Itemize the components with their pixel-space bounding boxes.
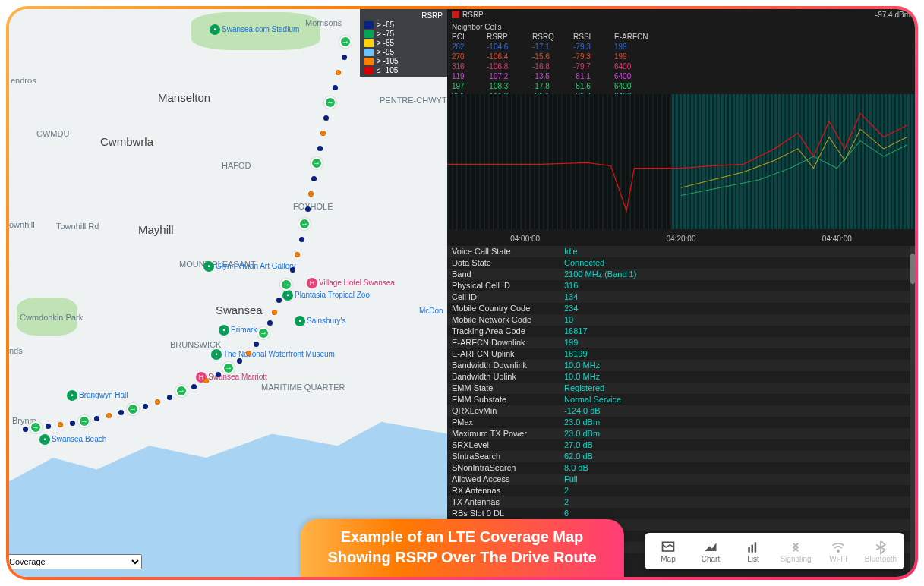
param-key: Data State	[452, 257, 564, 269]
param-row: SIntraSearch62.0 dB	[447, 451, 915, 462]
nb-row: 119-107.2-13.5-81.16400	[452, 71, 655, 81]
figure-caption: Example of an LTE Coverage Map Showing R…	[300, 519, 623, 577]
map-place-label: Manselton	[158, 91, 210, 104]
bars-icon	[745, 540, 762, 555]
route-sample	[323, 115, 329, 121]
route-direction-icon	[298, 218, 311, 230]
param-key: Bandwidth Downlink	[452, 360, 564, 371]
poi-icon: •	[211, 349, 222, 360]
param-value: 199	[564, 337, 910, 348]
map-poi[interactable]: •Swansea.com Stadium	[210, 24, 299, 35]
nb-cell: -79.7	[573, 61, 614, 71]
nb-cell: -108.3	[487, 81, 532, 91]
route-sample	[267, 320, 273, 326]
chart-header: RSRP -97.4 dBm	[452, 11, 910, 19]
param-value: 316	[564, 280, 910, 291]
param-row: RBs Slot 0 DL6	[447, 508, 915, 519]
poi-icon: H	[307, 278, 317, 288]
map-poi[interactable]: •Plantasia Tropical Zoo	[282, 290, 370, 301]
wifi-button[interactable]: Wi-Fi	[821, 540, 856, 563]
nb-col-header: RSRP	[487, 32, 532, 42]
param-key: Tracking Area Code	[452, 326, 564, 337]
map-place-label: MARITIME QUARTER	[261, 383, 345, 392]
nb-row: 282-104.6-17.1-79.3199	[452, 42, 655, 52]
route-sample	[272, 310, 277, 315]
route-sample	[336, 70, 341, 75]
route-direction-icon	[78, 415, 90, 427]
map-poi[interactable]: •Sainsbury's	[295, 316, 345, 326]
param-row: QRXLevMin-124.0 dB	[447, 405, 915, 417]
map-poi[interactable]: •Brangwyn Hall	[67, 390, 128, 401]
toolbar-label: Map	[661, 555, 675, 563]
poi-icon: •	[282, 290, 293, 301]
map-poi[interactable]: •Glynn Vivian Art Gallery	[203, 261, 295, 272]
rsrp-swatch	[452, 11, 459, 18]
route-sample	[295, 252, 300, 257]
signaling-button[interactable]: Signaling	[778, 540, 813, 563]
param-key: PMax	[452, 417, 564, 428]
nb-cell: -79.3	[573, 52, 614, 61]
nb-col-header: E-ARFCN	[614, 32, 655, 42]
route-sample	[333, 85, 338, 90]
map-poi[interactable]: •The National Waterfront Museum	[211, 349, 335, 360]
param-key: SRXLevel	[452, 440, 564, 451]
svg-rect-2	[752, 544, 754, 552]
nb-cell: -17.1	[532, 42, 573, 52]
map-button[interactable]: Map	[651, 540, 686, 563]
param-value: 16817	[564, 326, 910, 337]
param-key: Mobile Network Code	[452, 314, 564, 326]
coverage-map[interactable]: endrosCWMDUManseltonCwmbwrlaHAFODMayhill…	[9, 9, 447, 577]
svg-point-4	[837, 550, 840, 552]
rsrp-chart-panel[interactable]: RSRP -97.4 dBm Neighbor Cells PCIRSRPRSR…	[447, 9, 915, 246]
nb-cell: 6400	[614, 61, 655, 71]
map-poi[interactable]: •Primark	[219, 325, 257, 336]
map-poi[interactable]: McDon	[419, 307, 443, 315]
chart-plot-area[interactable]	[447, 94, 915, 229]
route-sample	[299, 237, 304, 242]
chart-button[interactable]: Chart	[693, 540, 728, 563]
chart-metric-value: -97.4 dBm	[875, 11, 910, 19]
param-row: Maximum TX Power23.0 dBm	[447, 428, 915, 440]
legend-label: > -85	[377, 39, 394, 48]
param-key: QRXLevMin	[452, 405, 564, 417]
nb-col-header: RSSI	[573, 32, 614, 42]
bluetooth-button[interactable]: Bluetooth	[863, 540, 898, 563]
map-place-label: FOXHOLE	[293, 202, 333, 211]
param-value: 10.0 MHz	[564, 360, 910, 371]
neighbor-cells-title: Neighbor Cells	[452, 23, 655, 31]
scrollbar[interactable]	[910, 246, 915, 577]
map-place-label: ownhill	[9, 220, 35, 229]
list-button[interactable]: List	[736, 540, 771, 563]
param-row: E-ARFCN Uplink18199	[447, 348, 915, 360]
legend-row: > -85	[360, 39, 447, 48]
param-key: Allowed Access	[452, 474, 564, 485]
param-value: 18199	[564, 348, 910, 360]
param-key: RX Antennas	[452, 485, 564, 496]
map-poi[interactable]: •Swansea Beach	[39, 434, 106, 445]
param-value: Connected	[564, 257, 910, 269]
param-row: E-ARFCN Downlink199	[447, 337, 915, 348]
legend-label: > -75	[377, 30, 394, 39]
map-place-label: Cwmdonkin Park	[20, 313, 83, 322]
map-layer-select[interactable]: Coverage	[9, 554, 142, 569]
nb-cell: -17.8	[532, 81, 573, 91]
param-row: Mobile Country Code234	[447, 303, 915, 314]
route-sample	[311, 176, 317, 181]
param-value: 23.0 dBm	[564, 428, 910, 440]
scrollbar-thumb[interactable]	[910, 254, 915, 284]
param-row: Cell ID134	[447, 291, 915, 303]
param-row: Band2100 MHz (Band 1)	[447, 269, 915, 280]
param-row: Voice Call StateIdle	[447, 246, 915, 257]
map-layer-select-wrap: Coverage	[9, 554, 142, 569]
map-place-label: Townhill Rd	[56, 222, 99, 231]
route-sample	[254, 342, 259, 347]
param-value: 2100 MHz (Band 1)	[564, 269, 910, 280]
route-sample	[216, 372, 221, 377]
map-place-label: BRUNSWICK	[170, 340, 221, 349]
nb-cell: -106.8	[487, 61, 532, 71]
param-row: EMM SubstateNormal Service	[447, 394, 915, 405]
map-poi[interactable]: HVillage Hotel Swansea	[307, 278, 395, 288]
nb-cell: -81.1	[573, 71, 614, 81]
nb-cell: 199	[614, 52, 655, 61]
poi-icon: •	[203, 261, 214, 272]
